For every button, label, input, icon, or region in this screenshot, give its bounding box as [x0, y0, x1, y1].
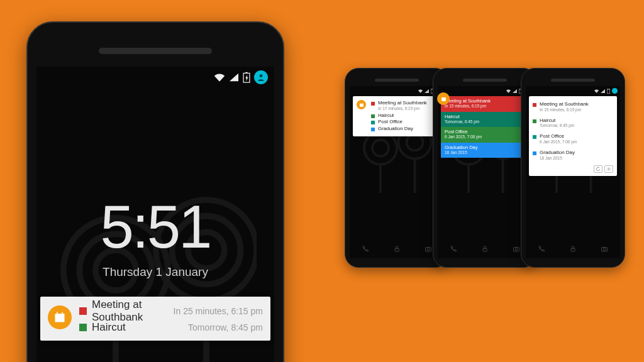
event-title: Graduation Day	[540, 150, 575, 155]
svg-point-19	[407, 134, 423, 150]
svg-rect-23	[395, 249, 399, 252]
signal-icon	[425, 89, 429, 93]
wifi-icon	[214, 73, 225, 82]
list-item: HaircutTomorrow, 8:45 pm	[441, 112, 529, 128]
phone-screen: 5:51 Thursday 1 January Meeting at South…	[36, 67, 274, 362]
notification-subtitle: In 25 minutes, 6:15 pm	[174, 306, 263, 316]
color-swatch	[533, 135, 536, 139]
event-title: Post Office	[445, 129, 468, 134]
lock-icon[interactable]	[393, 244, 401, 255]
lock-icon[interactable]	[481, 244, 489, 255]
color-swatch	[533, 103, 536, 107]
signal-icon	[229, 73, 239, 82]
color-swatch	[371, 102, 375, 106]
phone-icon[interactable]	[450, 244, 457, 255]
event-sub: 6 Jan 2015, 7:00 pm	[540, 140, 577, 144]
event-sub: In 15 minutes, 6:15 pm	[540, 107, 581, 112]
event-sub: Tomorrow, 8:45 pm	[445, 119, 479, 124]
event-title: Haircut	[378, 113, 394, 119]
lockscreen-date: Thursday 1 January	[36, 265, 274, 279]
color-swatch-red	[79, 307, 87, 315]
color-swatch	[371, 114, 375, 118]
phone-speaker	[463, 79, 507, 82]
event-sub: 18 Jan 2015	[445, 150, 467, 155]
notification-title: Meeting at Southbank	[92, 299, 169, 324]
color-swatch	[533, 119, 536, 123]
event-title: Meeting at Southbank	[540, 101, 589, 107]
event-title: Graduation Day	[378, 126, 413, 132]
agenda-widget-bars[interactable]: Meeting at SouthbankIn 15 minutes, 6:15 …	[441, 96, 529, 158]
calendar-icon	[48, 305, 72, 329]
phone-screen: Meeting at SouthbankIn 15 minutes, 6:15 …	[526, 86, 620, 258]
event-sub: Tomorrow, 8:45 pm	[540, 123, 574, 128]
color-swatch-green	[79, 324, 87, 331]
svg-point-44	[608, 168, 609, 170]
nav-bar	[350, 243, 444, 256]
phone-small-c: Meeting at SouthbankIn 15 minutes, 6:15 …	[521, 68, 625, 268]
color-swatch	[371, 128, 375, 131]
event-sub: 18 Jan 2015	[540, 156, 562, 160]
nav-bar	[438, 243, 532, 256]
svg-rect-34	[483, 249, 487, 252]
event-title: Haircut	[445, 114, 460, 119]
camera-icon[interactable]	[601, 244, 608, 255]
notification-item: Haircut Tomorrow, 8:45 pm	[79, 319, 263, 336]
event-title: Post Office	[378, 119, 402, 125]
svg-point-2	[260, 74, 263, 77]
list-item: Graduation Day18 Jan 2015	[441, 143, 529, 158]
list-item: Haircut	[371, 112, 437, 119]
event-title: Haircut	[540, 118, 555, 123]
color-swatch	[371, 121, 375, 124]
calendar-icon	[438, 94, 448, 104]
event-title: Post Office	[540, 133, 564, 139]
agenda-widget-compact[interactable]: Meeting at SouthbankIn 17 minutes, 6:15 …	[353, 96, 441, 136]
settings-icon[interactable]	[604, 165, 613, 173]
list-item: HaircutTomorrow, 8:45 pm	[533, 116, 613, 132]
camera-icon[interactable]	[513, 244, 520, 255]
svg-rect-13	[57, 312, 58, 314]
list-item: Post Office6 Jan 2015, 7:00 pm	[441, 127, 529, 143]
list-item: Meeting at SouthbankIn 15 minutes, 6:15 …	[441, 96, 529, 112]
svg-rect-33	[441, 97, 446, 101]
svg-rect-37	[607, 89, 610, 94]
user-icon[interactable]	[254, 70, 268, 84]
svg-rect-1	[245, 72, 247, 74]
notification-card[interactable]: Meeting at Southbank In 25 minutes, 6:15…	[40, 297, 270, 341]
status-bar	[594, 88, 618, 94]
svg-rect-12	[55, 314, 65, 315]
user-icon[interactable]	[612, 88, 618, 94]
svg-rect-14	[62, 312, 63, 314]
svg-point-36	[515, 248, 518, 251]
phone-speaker	[99, 48, 212, 54]
event-sub: In 17 minutes, 6:15 pm	[378, 106, 419, 111]
phone-speaker	[551, 79, 595, 82]
status-bar	[214, 70, 268, 84]
refresh-icon[interactable]	[594, 165, 602, 173]
camera-icon[interactable]	[425, 244, 432, 255]
lock-icon[interactable]	[569, 244, 577, 255]
svg-point-25	[427, 248, 430, 251]
svg-point-47	[603, 248, 606, 251]
list-item: Meeting at SouthbankIn 17 minutes, 6:15 …	[371, 100, 437, 112]
battery-icon	[243, 72, 250, 83]
event-title: Meeting at Southbank	[445, 98, 491, 104]
agenda-widget-spaced[interactable]: Meeting at SouthbankIn 15 minutes, 6:15 …	[529, 96, 617, 176]
list-item: Post Office6 Jan 2015, 7:00 pm	[533, 131, 613, 148]
event-sub: In 15 minutes, 6:15 pm	[445, 104, 486, 108]
event-title: Graduation Day	[445, 145, 478, 150]
phone-main: 5:51 Thursday 1 January Meeting at South…	[26, 21, 284, 362]
event-title: Meeting at Southbank	[378, 100, 427, 106]
phone-screen: Meeting at SouthbankIn 17 minutes, 6:15 …	[350, 86, 444, 258]
phone-icon[interactable]	[362, 244, 369, 255]
phone-icon[interactable]	[538, 244, 545, 255]
notification-item: Meeting at Southbank In 25 minutes, 6:15…	[79, 303, 263, 319]
list-item: Graduation Day	[371, 126, 437, 133]
svg-point-17	[364, 132, 397, 165]
lockscreen-clock: 5:51	[36, 192, 274, 261]
notification-title: Haircut	[92, 321, 183, 334]
list-item: Meeting at SouthbankIn 15 minutes, 6:15 …	[533, 99, 613, 116]
svg-rect-45	[571, 249, 575, 252]
phone-speaker	[375, 79, 419, 82]
notification-subtitle: Tomorrow, 8:45 pm	[188, 322, 263, 332]
svg-point-16	[372, 140, 389, 156]
